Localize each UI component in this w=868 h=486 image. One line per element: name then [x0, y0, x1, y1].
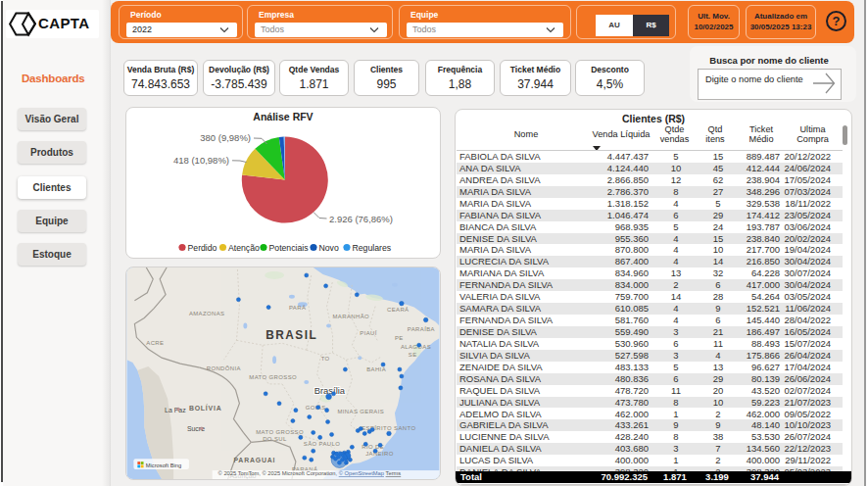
svg-text:GOIÁS: GOIÁS	[306, 405, 326, 411]
svg-text:Atenção: Atenção	[228, 243, 260, 253]
svg-text:Microsoft Bing: Microsoft Bing	[146, 462, 181, 468]
svg-text:Regulares: Regulares	[353, 243, 392, 253]
svg-text:Novo: Novo	[319, 243, 339, 253]
svg-text:CEARÁ: CEARÁ	[387, 307, 409, 313]
svg-text:BOLÍVIA: BOLÍVIA	[189, 404, 222, 412]
svg-text:BRASIL: BRASIL	[265, 328, 317, 342]
svg-text:PE: PE	[395, 335, 404, 341]
svg-text:RONDÔNIA: RONDÔNIA	[207, 365, 241, 371]
svg-text:DO SUL: DO SUL	[263, 436, 287, 442]
svg-text:2.926 (76,86%): 2.926 (76,86%)	[329, 214, 393, 224]
svg-text:ALAGOAS: ALAGOAS	[401, 344, 431, 350]
svg-text:SÃO PAULO: SÃO PAULO	[304, 441, 340, 447]
svg-text:418 (10,98%): 418 (10,98%)	[173, 155, 229, 166]
svg-text:PIAUÍ: PIAUÍ	[360, 330, 377, 336]
svg-text:Perdido: Perdido	[188, 243, 217, 253]
svg-text:© 2025 TomTom, © 2025 Microsof: © 2025 TomTom, © 2025 Microsoft Corporat…	[218, 470, 402, 476]
svg-text:TO: TO	[321, 356, 330, 362]
svg-text:PARÁ: PARÁ	[289, 305, 306, 311]
svg-text:La Paz: La Paz	[165, 407, 186, 413]
svg-text:MATO GROSSO: MATO GROSSO	[256, 429, 304, 435]
svg-text:BAHIA: BAHIA	[366, 366, 386, 372]
svg-text:AMAZONAS: AMAZONAS	[189, 311, 225, 316]
svg-text:Potenciais: Potenciais	[269, 243, 310, 253]
svg-text:SE: SE	[409, 352, 417, 358]
svg-text:JANEIRO: JANEIRO	[365, 451, 394, 457]
svg-text:PARAGUAI: PARAGUAI	[233, 457, 275, 463]
svg-text:ACRE: ACRE	[146, 340, 164, 346]
svg-text:PARAÍBA: PARAÍBA	[408, 326, 435, 332]
svg-text:380 (9,98%): 380 (9,98%)	[200, 132, 251, 143]
svg-text:MARANHÃO: MARANHÃO	[333, 314, 369, 319]
svg-text:MATO GROSSO: MATO GROSSO	[249, 374, 297, 380]
svg-text:MINAS GERAIS: MINAS GERAIS	[337, 409, 384, 414]
